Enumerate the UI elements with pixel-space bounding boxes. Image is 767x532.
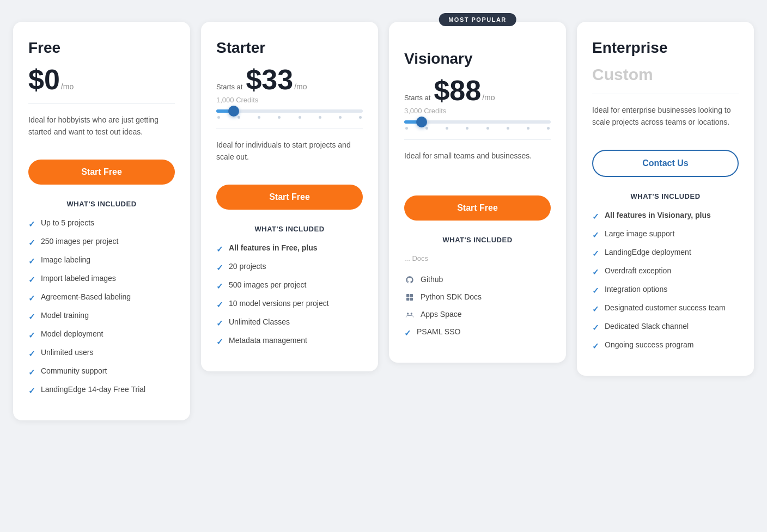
check-icon: ✓ bbox=[28, 385, 35, 396]
whats-included-title-starter: WHAT'S INCLUDED bbox=[216, 225, 363, 233]
feature-item: ✓ Ongoing success program bbox=[592, 340, 739, 352]
price-custom: Custom bbox=[592, 65, 653, 84]
feature-list-free: ✓ Up to 5 projects ✓ 250 images per proj… bbox=[28, 218, 175, 396]
feature-item: ✓ Metadata management bbox=[216, 335, 363, 347]
feature-text: 500 images per project bbox=[229, 280, 306, 291]
feature-item: ✓ Image labeling bbox=[28, 255, 175, 267]
feature-item: ✓ Import labeled images bbox=[28, 273, 175, 285]
most-popular-badge: MOST POPULAR bbox=[439, 13, 516, 26]
check-icon: ✓ bbox=[592, 285, 599, 296]
svg-rect-2 bbox=[406, 298, 409, 301]
feature-item: ✓ LandingEdge 14-day Free Trial bbox=[28, 384, 175, 396]
price-starts-label: Starts at bbox=[216, 83, 242, 91]
svg-point-5 bbox=[411, 313, 412, 315]
plan-description-enterprise: Ideal for enterprise businesses looking … bbox=[592, 104, 739, 137]
svg-rect-3 bbox=[410, 298, 413, 301]
price-amount: $0 bbox=[28, 65, 60, 94]
feature-item: ✓ Overdraft exception bbox=[592, 266, 739, 278]
feature-item: ✓ 500 images per project bbox=[216, 280, 363, 292]
python-icon bbox=[404, 292, 415, 303]
feature-item: Github bbox=[404, 274, 551, 285]
check-icon: ✓ bbox=[28, 218, 35, 230]
plan-card-free: Free$0 /mo Ideal for hobbyists who are j… bbox=[13, 22, 190, 420]
feature-item: ✓ 250 images per project bbox=[28, 236, 175, 248]
feature-item: ✓ LandingEdge deployment bbox=[592, 247, 739, 259]
divider bbox=[404, 139, 551, 140]
apps-icon bbox=[404, 309, 415, 320]
plan-price-visionary: Starts at$88 /mo bbox=[404, 76, 551, 105]
check-icon: ✓ bbox=[216, 280, 223, 292]
feature-item: ✓ Dedicated Slack channel bbox=[592, 321, 739, 333]
plan-name-visionary: Visionary bbox=[404, 50, 551, 68]
credits-label: 1,000 Credits bbox=[216, 96, 363, 104]
feature-item: ✓ Unlimited Classes bbox=[216, 317, 363, 329]
feature-text: LandingEdge 14-day Free Trial bbox=[41, 384, 145, 395]
feature-text: Metadata management bbox=[229, 335, 307, 346]
feature-text: Ongoing success program bbox=[605, 340, 693, 351]
check-icon: ✓ bbox=[592, 211, 599, 222]
plan-card-enterprise: Enterprise Custom Ideal for enterprise b… bbox=[577, 22, 754, 376]
price-amount: $88 bbox=[434, 76, 481, 105]
feature-item: ✓ Integration options bbox=[592, 284, 739, 296]
check-icon: ✓ bbox=[216, 243, 223, 255]
whats-included-title-enterprise: WHAT'S INCLUDED bbox=[592, 192, 739, 200]
feature-text: Github bbox=[421, 274, 443, 285]
plan-price-starter: Starts at$33 /mo bbox=[216, 65, 363, 94]
feature-text: Overdraft exception bbox=[605, 266, 671, 277]
feature-item: ✓ Unlimited users bbox=[28, 347, 175, 359]
credits-slider[interactable] bbox=[404, 120, 551, 130]
check-icon: ✓ bbox=[28, 311, 35, 322]
svg-point-4 bbox=[407, 313, 409, 315]
feature-text: 10 model versions per project bbox=[229, 298, 329, 309]
credits-slider[interactable] bbox=[216, 109, 363, 119]
feature-text: Up to 5 projects bbox=[41, 218, 94, 229]
feature-text: Unlimited Classes bbox=[229, 317, 290, 328]
feature-text: Model training bbox=[41, 310, 89, 321]
cta-button-enterprise[interactable]: Contact Us bbox=[592, 150, 739, 177]
feature-item: ✓ PSAML SSO bbox=[404, 327, 551, 339]
feature-item: ✓ Model training bbox=[28, 310, 175, 322]
feature-item: Apps Space bbox=[404, 309, 551, 320]
pricing-grid: Free$0 /mo Ideal for hobbyists who are j… bbox=[13, 22, 754, 420]
price-amount: $33 bbox=[246, 65, 293, 94]
github-icon bbox=[404, 274, 415, 285]
feature-text: Dedicated Slack channel bbox=[605, 321, 689, 332]
feature-text: Import labeled images bbox=[41, 273, 116, 284]
check-icon: ✓ bbox=[592, 303, 599, 315]
plan-name-starter: Starter bbox=[216, 39, 363, 57]
svg-rect-0 bbox=[406, 294, 409, 297]
feature-text: All features in Free, plus bbox=[229, 243, 318, 254]
cta-button-starter[interactable]: Start Free bbox=[216, 185, 363, 210]
feature-text: LandingEdge deployment bbox=[605, 247, 691, 258]
feature-text: Community support bbox=[41, 366, 107, 377]
feature-text: Agreement-Based labeling bbox=[41, 292, 131, 303]
feature-text: Large image support bbox=[605, 229, 674, 240]
feature-item: ✓ All features in Visionary, plus bbox=[592, 210, 739, 222]
check-icon: ✓ bbox=[216, 336, 223, 347]
feature-text: Integration options bbox=[605, 284, 667, 295]
plan-description-free: Ideal for hobbyists who are just getting… bbox=[28, 114, 175, 146]
credits-label: 3,000 Credits bbox=[404, 107, 551, 115]
feature-text: Apps Space bbox=[421, 309, 462, 320]
price-period: /mo bbox=[482, 93, 495, 102]
check-icon: ✓ bbox=[28, 329, 35, 341]
feature-item: ✓ 20 projects bbox=[216, 261, 363, 273]
cta-button-visionary[interactable]: Start Free bbox=[404, 195, 551, 221]
feature-item: ... Docs bbox=[404, 254, 551, 268]
check-icon: ✓ bbox=[216, 317, 223, 329]
plan-price-enterprise: Custom bbox=[592, 65, 739, 84]
price-period: /mo bbox=[294, 82, 307, 91]
plan-description-visionary: Ideal for small teams and businesses. bbox=[404, 150, 551, 182]
plan-description-starter: Ideal for individuals to start projects … bbox=[216, 139, 363, 172]
feature-text: Unlimited users bbox=[41, 347, 93, 358]
whats-included-title-free: WHAT'S INCLUDED bbox=[28, 200, 175, 208]
feature-list-visionary: ... Docs Github Python SD bbox=[404, 254, 551, 339]
plan-name-free: Free bbox=[28, 39, 175, 57]
feature-list-starter: ✓ All features in Free, plus ✓ 20 projec… bbox=[216, 243, 363, 347]
divider bbox=[28, 103, 175, 104]
cta-button-free[interactable]: Start Free bbox=[28, 160, 175, 185]
price-starts-label: Starts at bbox=[404, 94, 430, 102]
plan-name-enterprise: Enterprise bbox=[592, 39, 739, 57]
check-icon: ✓ bbox=[592, 229, 599, 241]
feature-text: Image labeling bbox=[41, 255, 90, 266]
